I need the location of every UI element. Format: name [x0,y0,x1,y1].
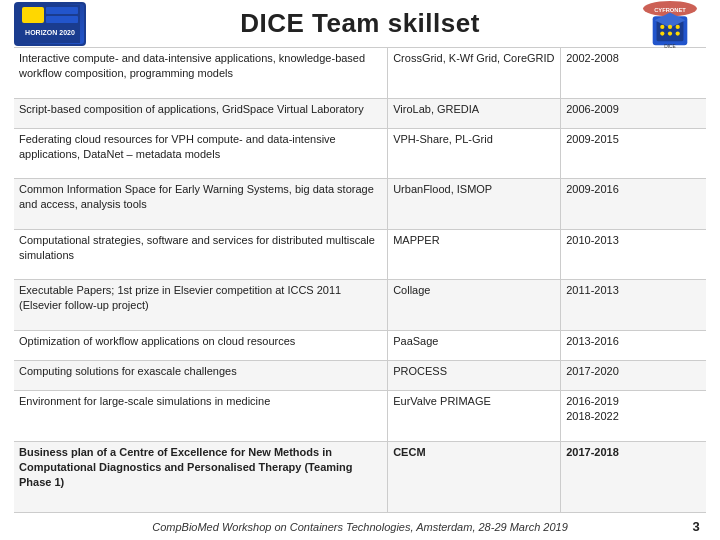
table-row: Common Information Space for Early Warni… [14,179,706,230]
row-project: UrbanFlood, ISMOP [388,179,561,230]
row-years: 2009-2016 [561,179,706,230]
row-years: 2010-2013 [561,229,706,280]
table-row: Computing solutions for exascale challen… [14,361,706,391]
row-description: Executable Papers; 1st prize in Elsevier… [14,280,388,331]
row-years: 2013-2016 [561,331,706,361]
row-years: 2011-2013 [561,280,706,331]
svg-point-13 [660,31,664,35]
row-years: 2017-2018 [561,441,706,512]
row-project: ViroLab, GREDIA [388,98,561,128]
row-years: 2009-2015 [561,128,706,179]
svg-text:DICE: DICE [664,44,675,49]
table-row: Interactive compute- and data-intensive … [14,48,706,99]
row-years: 2002-2008 [561,48,706,99]
row-project: PROCESS [388,361,561,391]
table-row: Script-based composition of applications… [14,98,706,128]
row-project: CECM [388,441,561,512]
page-number: 3 [686,519,706,534]
row-years: 2006-2009 [561,98,706,128]
svg-rect-1 [22,7,44,23]
svg-point-14 [668,31,672,35]
svg-rect-3 [46,16,78,23]
row-project: PaaSage [388,331,561,361]
row-description: Business plan of a Centre of Excellence … [14,441,388,512]
row-description: Environment for large-scale simulations … [14,391,388,442]
row-project: VPH-Share, PL-Grid [388,128,561,179]
row-description: Script-based composition of applications… [14,98,388,128]
row-project: Collage [388,280,561,331]
svg-point-15 [676,31,680,35]
footer-text: CompBioMed Workshop on Containers Techno… [152,521,568,533]
page: HORIZON 2020 DICE Team skillset CYFRONET [0,0,720,540]
row-years: 2016-20192018-2022 [561,391,706,442]
page-title: DICE Team skillset [240,8,480,39]
row-description: Common Information Space for Early Warni… [14,179,388,230]
row-project: MAPPER [388,229,561,280]
row-description: Optimization of workflow applications on… [14,331,388,361]
row-description: Interactive compute- and data-intensive … [14,48,388,99]
svg-text:CYFRONET: CYFRONET [654,6,686,12]
table-row: Executable Papers; 1st prize in Elsevier… [14,280,706,331]
row-years: 2017-2020 [561,361,706,391]
table-row: Environment for large-scale simulations … [14,391,706,442]
svg-text:HORIZON 2020: HORIZON 2020 [25,29,75,36]
svg-point-10 [660,24,664,28]
row-description: Computational strategies, software and s… [14,229,388,280]
table-row: Computational strategies, software and s… [14,229,706,280]
row-project: EurValve PRIMAGE [388,391,561,442]
logo-left: HORIZON 2020 [14,2,86,46]
skills-table: Interactive compute- and data-intensive … [14,47,706,513]
logo-right: CYFRONET DICE [634,0,706,49]
svg-point-12 [676,24,680,28]
row-description: Federating cloud resources for VPH compu… [14,128,388,179]
table-row: Optimization of workflow applications on… [14,331,706,361]
row-project: CrossGrid, K-Wf Grid, CoreGRID [388,48,561,99]
row-description: Computing solutions for exascale challen… [14,361,388,391]
svg-point-11 [668,24,672,28]
footer: CompBioMed Workshop on Containers Techno… [14,519,706,534]
table-row: Federating cloud resources for VPH compu… [14,128,706,179]
svg-rect-2 [46,7,78,14]
header: HORIZON 2020 DICE Team skillset CYFRONET [14,8,706,39]
table-row: Business plan of a Centre of Excellence … [14,441,706,512]
